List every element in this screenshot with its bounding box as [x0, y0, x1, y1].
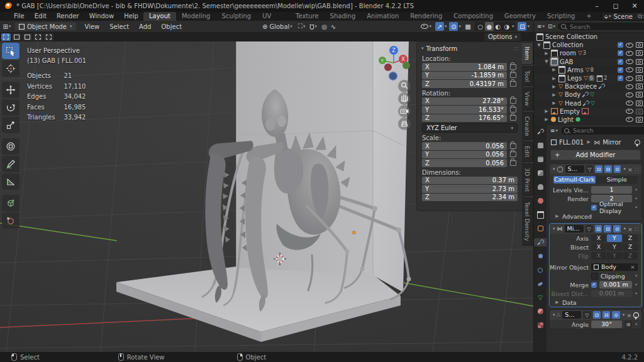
- mirror-object-field[interactable]: Body ×: [591, 263, 638, 271]
- tool-select-box[interactable]: [2, 43, 19, 59]
- drag-handle-icon[interactable]: ∷: [635, 166, 639, 173]
- tab-particles-icon[interactable]: [534, 252, 547, 260]
- data-subpanel[interactable]: ▶Data: [550, 298, 641, 307]
- modifier-name-field[interactable]: S...: [565, 165, 584, 173]
- editor-type-icon[interactable]: ⊞▾: [3, 22, 11, 31]
- render-toggle[interactable]: ⊙: [612, 311, 619, 319]
- hide-eye-icon[interactable]: [626, 76, 633, 81]
- properties-editor-icon[interactable]: ≡▾: [550, 126, 558, 135]
- input-attribute-toggle[interactable]: ⊞: [625, 321, 632, 328]
- drag-handle-icon[interactable]: ∷: [635, 226, 639, 233]
- menu-object[interactable]: Object: [156, 23, 187, 30]
- chevron-right-icon[interactable]: ▶: [552, 76, 557, 81]
- hide-eye-icon[interactable]: [626, 109, 633, 114]
- tab-tool[interactable]: Tool: [522, 66, 533, 86]
- minimize-button[interactable]: –: [587, 0, 606, 12]
- chevron-down-icon[interactable]: ▾: [553, 226, 555, 231]
- render-camera-icon[interactable]: [636, 92, 643, 97]
- workspace-tab-layout[interactable]: Layout: [143, 12, 176, 21]
- close-icon[interactable]: ×: [628, 226, 633, 233]
- axis-x-button[interactable]: X: [591, 234, 606, 242]
- optimal-display-checkbox[interactable]: ✓: [591, 205, 597, 211]
- menu-add[interactable]: Add: [134, 23, 156, 30]
- chevron-down-icon[interactable]: ▼: [536, 43, 541, 48]
- options-button[interactable]: Options▾: [484, 33, 521, 41]
- outliner-row-body[interactable]: ▶ ▽ Body ▽: [534, 90, 644, 99]
- flip-z-button[interactable]: Z: [623, 252, 638, 260]
- bisect-dist-field[interactable]: 0.001 m: [591, 290, 632, 297]
- hide-eye-icon[interactable]: [626, 59, 633, 64]
- shading-solid-icon[interactable]: ●: [485, 22, 494, 31]
- modifier-name-field[interactable]: S...: [562, 311, 581, 319]
- workspace-tab-animation[interactable]: Animation: [361, 12, 404, 21]
- menu-view[interactable]: View: [80, 23, 105, 30]
- rotation-x-field[interactable]: X27.28°: [422, 97, 507, 106]
- tab-output-icon[interactable]: [534, 155, 547, 163]
- location-z-field[interactable]: Z0.43197 m: [422, 80, 507, 88]
- outliner-row-room[interactable]: ▶ room ▽3 ✓: [534, 49, 644, 57]
- proportional-falloff-icon[interactable]: ∿: [329, 22, 338, 31]
- menu-select[interactable]: Select: [104, 23, 134, 30]
- chevron-right-icon[interactable]: ▶: [544, 109, 549, 114]
- tab-3d-print[interactable]: 3D Print: [522, 163, 533, 196]
- tab-create[interactable]: Create: [522, 112, 533, 141]
- tab-material-icon[interactable]: [534, 307, 547, 315]
- outliner-search-input[interactable]: [569, 23, 644, 31]
- clear-icon[interactable]: ×: [630, 263, 635, 271]
- bisect-x-button[interactable]: X: [591, 243, 606, 251]
- select-mode-extend-icon[interactable]: [12, 33, 21, 41]
- tab-texture-icon[interactable]: [534, 321, 547, 329]
- tool-add-cube[interactable]: [2, 195, 19, 211]
- properties-search-input[interactable]: [572, 126, 644, 134]
- new-scene-icon[interactable]: ⧉: [638, 13, 642, 20]
- dimensions-y-field[interactable]: Y2.73 m: [422, 185, 518, 193]
- hide-eye-icon[interactable]: [626, 51, 633, 56]
- render-camera-icon[interactable]: [636, 117, 643, 123]
- chevron-right-icon[interactable]: ▶: [552, 92, 557, 97]
- outliner-row-legs[interactable]: ▶ Legs ▽6 2 ✓: [534, 74, 644, 82]
- render-camera-icon[interactable]: [636, 109, 643, 114]
- exclude-checkbox[interactable]: ✓: [618, 42, 623, 48]
- chevron-right-icon[interactable]: ▶: [552, 101, 557, 106]
- rotation-z-field[interactable]: Z176.65°: [422, 114, 507, 123]
- menu-file[interactable]: File: [9, 12, 30, 21]
- tool-duplicate-cube[interactable]: [2, 212, 19, 229]
- gizmo-x-neg-axis[interactable]: [384, 63, 392, 71]
- workspace-tab-rendering[interactable]: Rendering: [404, 12, 448, 21]
- workspace-tab-scripting[interactable]: Scripting: [541, 12, 580, 21]
- tab-render-icon[interactable]: [534, 141, 547, 150]
- chevron-right-icon[interactable]: ▶: [544, 117, 549, 122]
- lock-icon[interactable]: [510, 64, 516, 70]
- tool-transform[interactable]: [2, 138, 19, 155]
- lock-icon[interactable]: [510, 107, 516, 112]
- bisect-z-button[interactable]: Z: [623, 243, 638, 251]
- render-preview-icon[interactable]: ⊡: [518, 22, 526, 31]
- flip-y-button[interactable]: Y: [607, 252, 622, 260]
- chevron-right-icon[interactable]: ▶: [552, 67, 557, 72]
- hide-eye-icon[interactable]: [626, 43, 633, 48]
- menu-window[interactable]: Window: [84, 12, 119, 21]
- hide-eye-icon[interactable]: [626, 117, 633, 122]
- transform-orientation-dropdown[interactable]: ⊕ Global▾: [262, 22, 292, 31]
- location-y-field[interactable]: Y-1.1859 m: [422, 72, 507, 80]
- render-camera-icon[interactable]: [636, 67, 643, 73]
- chevron-right-icon[interactable]: ▶: [552, 84, 557, 89]
- workspace-tab-geometry-nodes[interactable]: Geometry Nodes: [499, 12, 541, 21]
- realtime-toggle[interactable]: ⊟: [604, 165, 612, 173]
- dimensions-z-field[interactable]: Z2.34 m: [422, 194, 518, 202]
- render-camera-icon[interactable]: [636, 42, 643, 48]
- render-camera-icon[interactable]: [636, 84, 643, 89]
- render-camera-icon[interactable]: [636, 50, 643, 56]
- tab-edit[interactable]: Edit: [522, 141, 533, 162]
- tool-annotate[interactable]: [2, 156, 19, 172]
- properties-search[interactable]: [561, 127, 644, 134]
- add-modifier-button[interactable]: + Add Modifier: [550, 150, 641, 160]
- scale-z-field[interactable]: Z0.056: [422, 159, 507, 167]
- lock-icon[interactable]: [510, 143, 516, 149]
- catmull-clark-button[interactable]: Catmull-Clark: [553, 176, 596, 184]
- workspace-tab-texture-paint[interactable]: Texture Paint: [290, 12, 325, 21]
- breadcrumb-object[interactable]: FLL.001: [559, 139, 584, 146]
- pivot-point-dropdown[interactable]: ⛶▾: [297, 22, 306, 31]
- chevron-down-icon[interactable]: ▾: [623, 167, 626, 172]
- chevron-down-icon[interactable]: ▾: [623, 226, 626, 231]
